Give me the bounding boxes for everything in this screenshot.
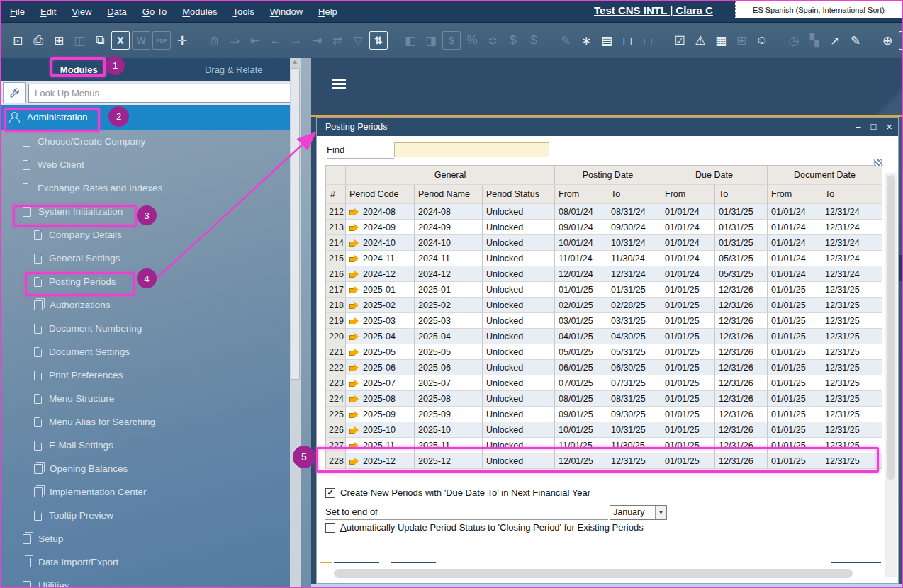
print-icon[interactable]: ⎙ (29, 31, 47, 50)
link-arrow-icon[interactable] (349, 332, 360, 341)
table-cell[interactable]: 12/31/24 (821, 235, 882, 251)
link-arrow-icon[interactable] (349, 426, 360, 434)
table-cell[interactable]: 2025-07 (415, 375, 483, 391)
table-cell[interactable]: 01/01/25 (661, 407, 715, 422)
table-cell[interactable]: 01/01/25 (661, 298, 715, 313)
sidebar-item-choose-create-company[interactable]: Choose/Create Company (1, 130, 290, 153)
table-cell[interactable]: 12/31/24 (821, 204, 882, 220)
link-arrow-icon[interactable] (349, 208, 360, 216)
table-cell[interactable]: 2025-03 (415, 313, 483, 329)
table-cell[interactable]: Unlocked (483, 422, 555, 438)
table-cell[interactable]: 11/01/24 (555, 251, 607, 266)
table-cell[interactable]: 222 (326, 360, 346, 375)
table-cell[interactable]: 12/31/25 (821, 391, 882, 407)
table-cell[interactable]: 12/01/24 (555, 266, 607, 282)
sidebar-item-utilities[interactable]: Utilities (1, 574, 290, 588)
sidebar-item-document-numbering[interactable]: Document Numbering (1, 317, 290, 340)
messages-icon[interactable]: ◻ (618, 31, 636, 50)
table-cell[interactable]: 01/01/25 (768, 329, 821, 344)
table-cell[interactable]: 01/01/25 (768, 422, 821, 438)
sidebar-item-menu-structure[interactable]: Menu Structure (1, 387, 290, 410)
table-cell[interactable]: 12/31/25 (821, 360, 882, 375)
sidebar-scrollbar-thumb[interactable] (291, 68, 300, 380)
copy-special-icon[interactable]: ⧉ (91, 31, 109, 50)
period-row-214[interactable]: 2142024-102024-10Unlocked10/01/2410/31/2… (326, 235, 883, 251)
period-row-220[interactable]: 2202025-042025-04Unlocked04/01/2504/30/2… (326, 329, 883, 344)
column-header-to[interactable]: To (715, 185, 768, 204)
sidebar-item-data-import-export[interactable]: Data Import/Export (1, 550, 290, 574)
table-cell[interactable]: 12/31/24 (821, 266, 882, 282)
column-header-from[interactable]: From (661, 185, 715, 204)
table-cell[interactable]: 12/31/24 (821, 220, 882, 235)
table-cell[interactable]: 01/01/24 (768, 251, 821, 266)
table-cell[interactable]: 01/01/25 (768, 313, 821, 329)
table-cell[interactable]: 04/30/25 (607, 329, 661, 344)
pan-mode-icon[interactable]: ✛ (173, 31, 191, 50)
sidebar-item-web-client[interactable]: Web Client (1, 153, 290, 176)
lookup-menus-input[interactable] (28, 84, 288, 103)
close-icon[interactable]: × (886, 118, 892, 136)
table-cell[interactable]: 01/01/25 (768, 375, 821, 391)
table-cell[interactable]: 10/31/24 (607, 235, 661, 251)
table-cell[interactable]: 01/01/25 (768, 344, 821, 360)
column-header-to[interactable]: To (607, 185, 661, 204)
table-cell[interactable]: 01/01/25 (661, 375, 715, 391)
settings-gear-doc-icon[interactable]: ∗ (577, 31, 595, 50)
link-arrow-icon[interactable] (349, 363, 360, 372)
help-icon[interactable]: ? (899, 31, 903, 50)
table-cell[interactable]: 10/01/24 (555, 235, 607, 251)
table-cell[interactable]: 01/01/25 (768, 407, 821, 422)
table-cell[interactable]: Unlocked (483, 391, 555, 407)
sidebar-item-implementation-center[interactable]: Implementation Center (1, 480, 290, 504)
sidebar-item-exchange-rates-and-indexes[interactable]: Exchange Rates and Indexes (1, 176, 290, 200)
table-cell[interactable]: 01/01/25 (661, 344, 715, 360)
table-cell[interactable]: 224 (326, 391, 346, 407)
table-cell[interactable]: 01/01/24 (661, 204, 715, 220)
sidebar-item-e-mail-settings[interactable]: E-Mail Settings (1, 434, 290, 457)
table-cell[interactable]: 01/31/25 (715, 235, 768, 251)
menu-view[interactable]: View (72, 6, 91, 17)
table-cell[interactable]: 2025-02 (346, 298, 415, 313)
cutoff-button-2[interactable] (391, 562, 436, 563)
table-cell[interactable]: 08/01/24 (555, 204, 607, 220)
tab-drag-and-relate[interactable]: Drag & Relate (157, 58, 312, 81)
table-cell[interactable]: Unlocked (483, 344, 555, 360)
sidebar-item-menu-alias-for-searching[interactable]: Menu Alias for Searching (1, 410, 290, 434)
table-cell[interactable]: 01/01/25 (661, 391, 715, 407)
table-cell[interactable]: 01/01/24 (768, 204, 821, 220)
table-cell[interactable]: 03/01/25 (555, 313, 607, 329)
table-cell[interactable]: 01/01/25 (768, 360, 821, 375)
period-row-222[interactable]: 2222025-062025-06Unlocked06/01/2506/30/2… (326, 360, 883, 375)
period-row-213[interactable]: 2132024-092024-09Unlocked09/01/2409/30/2… (326, 220, 883, 235)
table-cell[interactable]: 12/31/26 (715, 407, 768, 422)
table-cell[interactable]: 12/31/26 (715, 329, 768, 344)
table-cell[interactable]: 2025-02 (415, 298, 483, 313)
table-cell[interactable]: 2025-07 (346, 375, 415, 391)
menu-help[interactable]: Help (318, 6, 337, 17)
table-cell[interactable]: Unlocked (483, 204, 555, 220)
table-cell[interactable]: 12/31/25 (821, 282, 882, 298)
link-arrow-icon[interactable] (349, 285, 360, 294)
table-cell[interactable]: 2025-01 (346, 282, 415, 298)
sidebar-scrollbar[interactable] (290, 58, 301, 588)
link-arrow-icon[interactable] (349, 379, 360, 388)
table-cell[interactable]: 02/01/25 (555, 298, 607, 313)
maximize-icon[interactable]: □ (870, 118, 876, 136)
table-cell[interactable]: 214 (326, 235, 346, 251)
table-cell[interactable]: 01/31/25 (715, 220, 768, 235)
table-cell[interactable]: 217 (326, 282, 346, 298)
table-settings-icon[interactable] (874, 159, 882, 166)
menu-modules[interactable]: Modules (182, 6, 217, 17)
table-cell[interactable]: 2025-06 (346, 360, 415, 375)
table-cell[interactable]: 01/31/25 (715, 204, 768, 220)
table-cell[interactable]: 12/31/25 (821, 407, 882, 422)
table-cell[interactable]: 12/31/25 (821, 422, 882, 438)
customize-menu-button[interactable] (3, 82, 26, 103)
table-cell[interactable]: 12/31/26 (715, 360, 768, 375)
table-cell[interactable]: 2024-09 (415, 220, 483, 235)
table-cell[interactable]: 05/31/25 (607, 344, 661, 360)
sidebar-item-print-preferences[interactable]: Print Preferences (1, 363, 290, 387)
table-cell[interactable]: 06/30/25 (607, 360, 661, 375)
link-arrow-icon[interactable] (349, 254, 360, 263)
menu-go-to[interactable]: Go To (142, 6, 167, 17)
